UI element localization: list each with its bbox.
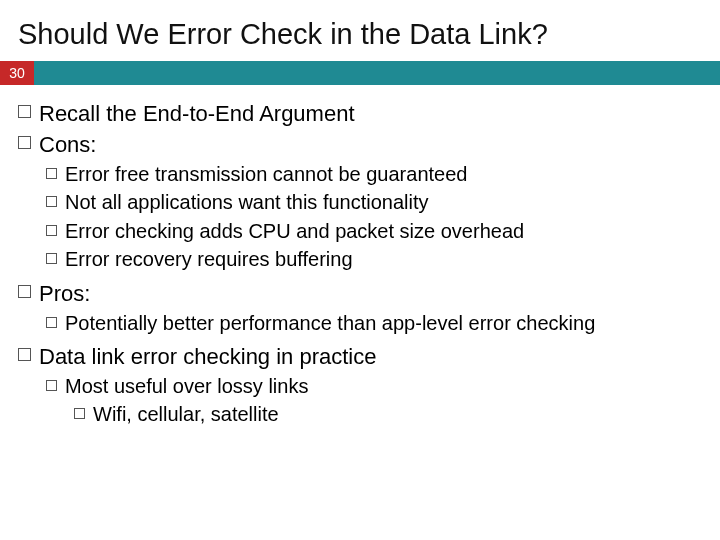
bullet-box-icon (18, 136, 31, 149)
bullet-pros: Pros: (18, 279, 702, 308)
slide-title: Should We Error Check in the Data Link? (0, 18, 720, 61)
bullet-text: Pros: (39, 279, 702, 308)
bullet-text: Error recovery requires buffering (65, 246, 702, 272)
bullet-text: Recall the End-to-End Argument (39, 99, 702, 128)
bullet-box-icon (46, 253, 57, 264)
bullet-text: Error checking adds CPU and packet size … (65, 218, 702, 244)
bullet-text: Wifi, cellular, satellite (93, 401, 702, 427)
sub-bullet: Error free transmission cannot be guaran… (46, 161, 702, 187)
bullet-box-icon (18, 105, 31, 118)
slide-number-badge: 30 (0, 61, 34, 85)
sub-bullet: Not all applications want this functiona… (46, 189, 702, 215)
sub-bullet: Potentially better performance than app-… (46, 310, 702, 336)
bullet-text: Most useful over lossy links (65, 373, 702, 399)
bullet-box-icon (46, 196, 57, 207)
slide: Should We Error Check in the Data Link? … (0, 0, 720, 540)
bullet-box-icon (18, 348, 31, 361)
bullet-text: Potentially better performance than app-… (65, 310, 702, 336)
slide-content: Recall the End-to-End Argument Cons: Err… (0, 85, 720, 428)
bullet-text: Cons: (39, 130, 702, 159)
bullet-recall: Recall the End-to-End Argument (18, 99, 702, 128)
bullet-box-icon (46, 317, 57, 328)
header-bar: 30 (0, 61, 720, 85)
sub-bullet: Error checking adds CPU and packet size … (46, 218, 702, 244)
bullet-box-icon (46, 225, 57, 236)
bullet-box-icon (46, 380, 57, 391)
bullet-practice: Data link error checking in practice (18, 342, 702, 371)
sub-sub-bullet: Wifi, cellular, satellite (74, 401, 702, 427)
bullet-box-icon (18, 285, 31, 298)
sub-bullet: Error recovery requires buffering (46, 246, 702, 272)
header-bar-fill (34, 61, 720, 85)
bullet-cons: Cons: (18, 130, 702, 159)
sub-bullet: Most useful over lossy links (46, 373, 702, 399)
bullet-box-icon (74, 408, 85, 419)
bullet-box-icon (46, 168, 57, 179)
bullet-text: Data link error checking in practice (39, 342, 702, 371)
bullet-text: Error free transmission cannot be guaran… (65, 161, 702, 187)
bullet-text: Not all applications want this functiona… (65, 189, 702, 215)
